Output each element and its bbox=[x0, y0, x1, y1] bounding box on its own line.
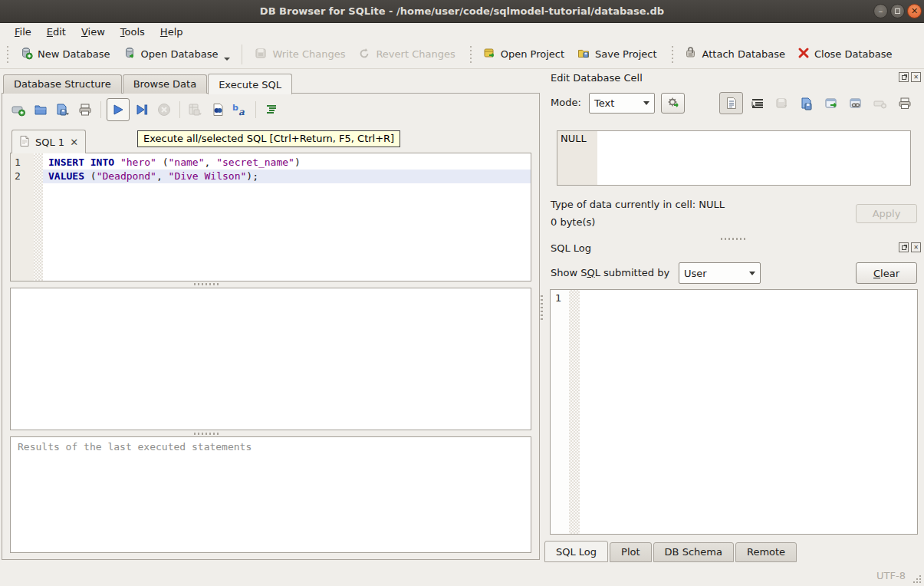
chevron-down-icon bbox=[643, 101, 649, 105]
log-filter-label: Show SQL submitted by bbox=[551, 267, 669, 278]
mode-select[interactable]: Text bbox=[589, 93, 655, 114]
export-cell-icon[interactable] bbox=[820, 94, 841, 113]
close-sql-tab-icon[interactable]: ✕ bbox=[70, 137, 78, 148]
write-changes-button: Write Changes bbox=[248, 42, 351, 66]
code-area[interactable]: INSERT INTO "hero" ("name", "secret_name… bbox=[43, 153, 531, 281]
dock-tab-plot[interactable]: Plot bbox=[610, 542, 652, 562]
code-line[interactable]: INSERT INTO "hero" ("name", "secret_name… bbox=[43, 156, 531, 170]
tab-browse-data[interactable]: Browse Data bbox=[123, 74, 208, 94]
save-results-icon bbox=[186, 100, 206, 120]
close-panel-icon[interactable]: ✕ bbox=[911, 72, 921, 82]
resize-grip-icon[interactable] bbox=[912, 574, 922, 584]
code-line[interactable]: VALUES ("Deadpond", "Dive Wilson"); bbox=[43, 170, 531, 183]
print-cell-icon[interactable] bbox=[894, 94, 915, 113]
results-splitter[interactable] bbox=[194, 433, 220, 435]
save-project-button[interactable]: Save Project bbox=[571, 42, 663, 66]
open-sql-file-icon[interactable] bbox=[31, 100, 51, 120]
stop-icon bbox=[154, 100, 174, 120]
open-project-button[interactable]: Open Project bbox=[476, 42, 571, 66]
menu-help[interactable]: Help bbox=[153, 25, 190, 39]
dock-tab-db-schema[interactable]: DB Schema bbox=[653, 542, 734, 562]
attach-database-button[interactable]: Attach Database bbox=[678, 42, 791, 66]
link-cell-icon[interactable] bbox=[845, 94, 866, 113]
tab-execute-sql[interactable]: Execute SQL bbox=[208, 74, 292, 94]
tab-database-structure[interactable]: Database Structure bbox=[3, 74, 122, 94]
results-table-view[interactable] bbox=[10, 288, 531, 430]
clear-log-button[interactable]: Clear bbox=[856, 262, 917, 284]
minimize-icon: – bbox=[879, 6, 883, 16]
save-cell-icon bbox=[771, 94, 792, 113]
main-tabbar: Database Structure Browse Data Execute S… bbox=[3, 74, 293, 94]
log-line-number: 1 bbox=[551, 290, 569, 534]
execute-sql-icon[interactable] bbox=[107, 98, 130, 121]
maximize-button[interactable] bbox=[890, 4, 905, 18]
sql-log-view[interactable]: 1 bbox=[550, 289, 918, 535]
line-number: 2 bbox=[15, 170, 34, 183]
toolbar-handle[interactable] bbox=[6, 46, 10, 63]
toolbar-handle[interactable] bbox=[671, 46, 675, 63]
float-panel-icon[interactable] bbox=[899, 242, 909, 252]
import-cell-icon[interactable] bbox=[796, 94, 817, 113]
menu-edit[interactable]: Edit bbox=[40, 25, 73, 39]
cell-toolbar bbox=[719, 92, 915, 114]
float-panel-icon[interactable] bbox=[899, 72, 909, 82]
find-icon[interactable] bbox=[208, 100, 228, 120]
close-icon: ✕ bbox=[911, 6, 918, 16]
edit-cell-title: Edit Database Cell bbox=[551, 72, 643, 84]
log-content bbox=[580, 290, 917, 534]
menu-view[interactable]: View bbox=[74, 25, 112, 39]
svg-text:b: b bbox=[232, 103, 238, 113]
print-icon[interactable] bbox=[75, 100, 95, 120]
editor-splitter[interactable] bbox=[194, 283, 220, 285]
auto-switch-mode-button[interactable] bbox=[661, 93, 685, 114]
menu-file[interactable]: File bbox=[8, 25, 38, 39]
maximize-icon bbox=[895, 8, 900, 14]
dock-tab-remote[interactable]: Remote bbox=[735, 542, 797, 562]
results-message-area[interactable]: Results of the last executed statements bbox=[10, 436, 531, 553]
encoding-indicator[interactable]: UTF-8 bbox=[876, 570, 906, 581]
results-placeholder: Results of the last executed statements bbox=[18, 441, 252, 453]
open-project-icon bbox=[482, 46, 496, 62]
app-window: DB Browser for SQLite - /home/user/code/… bbox=[0, 0, 924, 586]
sql-code-editor[interactable]: 12 INSERT INTO "hero" ("name", "secret_n… bbox=[10, 153, 531, 281]
format-letters-icon[interactable]: ba bbox=[230, 100, 250, 120]
sql-editor-toolbar: ba bbox=[8, 98, 281, 121]
cell-value: NULL bbox=[557, 131, 597, 185]
execute-line-icon[interactable] bbox=[132, 100, 152, 120]
dock-splitter[interactable] bbox=[541, 295, 543, 321]
open-database-dropdown-icon[interactable] bbox=[224, 58, 230, 61]
open-database-icon bbox=[123, 46, 136, 62]
cell-edit-area[interactable] bbox=[597, 131, 910, 185]
sql-file-tab[interactable]: SQL 1 ✕ bbox=[12, 130, 86, 153]
main-area: Database Structure Browse Data Execute S… bbox=[0, 69, 541, 563]
sql-log-title: SQL Log bbox=[551, 242, 591, 254]
new-sql-tab-icon[interactable] bbox=[8, 100, 28, 120]
word-wrap-icon[interactable] bbox=[747, 94, 768, 113]
sql-tab-label: SQL 1 bbox=[35, 137, 64, 148]
open-database-button[interactable]: Open Database bbox=[117, 42, 237, 66]
chevron-down-icon bbox=[749, 272, 755, 275]
menu-tools[interactable]: Tools bbox=[113, 25, 152, 39]
main-toolbar: New Database Open Database Write Changes… bbox=[0, 40, 924, 69]
titlebar[interactable]: DB Browser for SQLite - /home/user/code/… bbox=[0, 0, 924, 23]
svg-text:a: a bbox=[238, 107, 245, 117]
text-mode-icon[interactable] bbox=[719, 92, 743, 114]
log-filter-select[interactable]: User bbox=[679, 262, 761, 284]
dock-tab-sql-log[interactable]: SQL Log bbox=[544, 541, 608, 562]
edit-cell-panel-buttons: ✕ bbox=[899, 72, 921, 82]
close-button[interactable]: ✕ bbox=[907, 4, 922, 18]
minimize-button[interactable]: – bbox=[873, 4, 888, 18]
save-sql-file-icon[interactable] bbox=[53, 100, 73, 120]
set-null-icon bbox=[870, 94, 890, 113]
new-database-button[interactable]: New Database bbox=[13, 42, 117, 66]
close-database-button[interactable]: Close Database bbox=[791, 43, 899, 65]
close-panel-icon[interactable]: ✕ bbox=[911, 242, 921, 252]
revert-changes-icon bbox=[357, 46, 371, 62]
toolbar-handle[interactable] bbox=[469, 46, 473, 63]
log-fold-margin bbox=[569, 290, 580, 534]
cell-editor[interactable]: NULL bbox=[557, 130, 911, 186]
line-number: 1 bbox=[15, 156, 34, 170]
align-lines-icon[interactable] bbox=[261, 100, 281, 120]
dock-section-splitter[interactable] bbox=[721, 238, 747, 240]
save-project-icon bbox=[577, 46, 590, 62]
